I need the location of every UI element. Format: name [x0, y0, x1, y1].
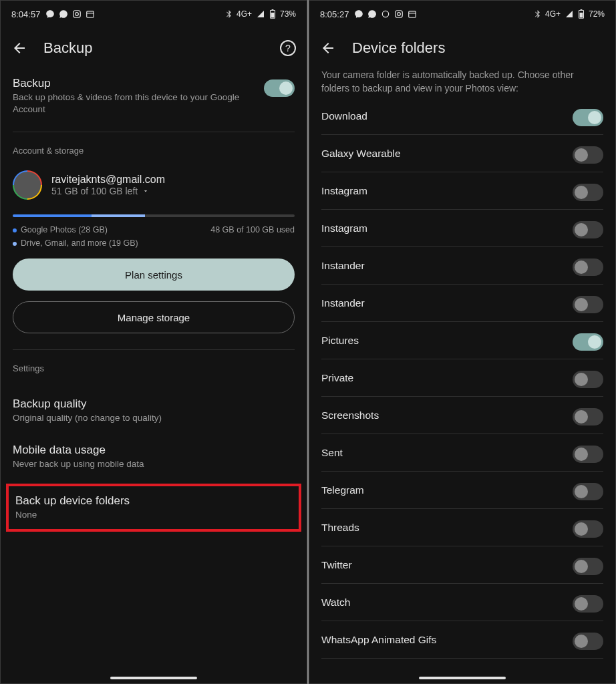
- account-row[interactable]: ravitejaknts@gmail.com 51 GB of 100 GB l…: [13, 170, 295, 200]
- folder-row[interactable]: Instander: [321, 247, 603, 285]
- account-storage-label: Account & storage: [13, 146, 295, 156]
- folder-toggle[interactable]: [573, 221, 603, 238]
- nav-indicator: [419, 677, 506, 679]
- battery-percent: 72%: [589, 9, 605, 19]
- folder-row[interactable]: Galaxy Wearable: [321, 135, 603, 172]
- back-arrow-icon[interactable]: [11, 40, 27, 56]
- folder-toggle[interactable]: [573, 633, 603, 650]
- folder-toggle[interactable]: [573, 184, 603, 201]
- folder-row[interactable]: Threads: [321, 509, 603, 546]
- plan-settings-button[interactable]: Plan settings: [13, 259, 295, 291]
- svg-rect-13: [581, 9, 583, 10]
- folder-toggle[interactable]: [573, 146, 603, 164]
- svg-rect-14: [580, 13, 583, 17]
- app-bar: Device folders: [309, 27, 615, 69]
- backup-master-toggle-row[interactable]: Backup Back up photos & videos from this…: [13, 77, 295, 116]
- instagram-icon: [394, 9, 404, 19]
- folder-toggle[interactable]: [573, 595, 603, 613]
- folder-row[interactable]: Telegram: [321, 472, 603, 509]
- message-icon: [354, 9, 363, 19]
- storage-bar: [13, 214, 295, 217]
- instagram-icon: [72, 9, 82, 19]
- folder-toggle[interactable]: [573, 109, 603, 126]
- folder-name: Watch: [321, 596, 350, 609]
- whatsapp-icon: [59, 9, 68, 19]
- help-icon[interactable]: ?: [280, 40, 296, 56]
- calendar-icon: [86, 9, 95, 19]
- battery-percent: 73%: [280, 9, 296, 19]
- device-folders-screen: 8:05:27 4G+ 72% Device folders Your came…: [309, 0, 616, 684]
- setting-title: Back up device folders: [15, 494, 292, 508]
- folder-row[interactable]: Download: [321, 98, 603, 135]
- divider: [13, 349, 295, 350]
- storage-drive-legend: Drive, Gmail, and more (19 GB): [13, 238, 138, 248]
- folder-toggle[interactable]: [573, 558, 603, 575]
- folder-name: Screenshots: [321, 409, 379, 421]
- description: Your camera folder is automatically back…: [309, 69, 615, 98]
- svg-rect-6: [271, 13, 275, 17]
- svg-rect-2: [87, 11, 94, 17]
- folder-name: Galaxy Wearable: [321, 148, 401, 160]
- app-bar: Backup ?: [1, 27, 307, 77]
- folder-toggle[interactable]: [573, 520, 603, 538]
- backup-title: Backup: [13, 77, 256, 90]
- backup-subtitle: Back up photos & videos from this device…: [13, 92, 256, 116]
- account-email: ravitejaknts@gmail.com: [51, 174, 165, 186]
- folder-row[interactable]: Instagram: [321, 210, 603, 247]
- folder-name: Private: [321, 372, 353, 384]
- status-bar: 8:05:27 4G+ 72%: [309, 1, 615, 27]
- page-title: Device folders: [352, 39, 605, 57]
- back-arrow-icon[interactable]: [320, 40, 336, 56]
- backup-toggle[interactable]: [264, 79, 295, 97]
- setting-title: Mobile data usage: [13, 444, 295, 457]
- folder-row[interactable]: Private: [321, 359, 603, 397]
- setting-device-folders-highlight[interactable]: Back up device folders None: [6, 484, 301, 532]
- folder-toggle[interactable]: [573, 483, 603, 500]
- status-time: 8:04:57: [11, 9, 40, 19]
- svg-rect-10: [409, 11, 416, 17]
- setting-sub: Original quality (no change to quality): [13, 412, 295, 424]
- folder-name: Download: [321, 110, 367, 122]
- folder-name: Telegram: [321, 484, 364, 496]
- folder-row[interactable]: Instagram: [321, 172, 603, 210]
- signal-icon: [565, 10, 574, 18]
- nav-indicator: [110, 677, 197, 679]
- avatar: [13, 170, 42, 200]
- signal-icon: [256, 10, 265, 18]
- folder-name: Instander: [321, 260, 365, 272]
- page-title: Backup: [43, 39, 264, 57]
- folder-row[interactable]: Twitter: [321, 546, 603, 584]
- folder-toggle[interactable]: [573, 371, 603, 388]
- folder-row[interactable]: Sent: [321, 434, 603, 472]
- folder-row[interactable]: Watch: [321, 584, 603, 621]
- notification-icons: [45, 9, 95, 19]
- setting-sub: Never back up using mobile data: [13, 458, 295, 470]
- account-storage-left: 51 GB of 100 GB left: [51, 186, 165, 196]
- folder-row[interactable]: Pictures: [321, 322, 603, 359]
- chevron-down-icon: [142, 188, 149, 194]
- battery-icon: [269, 9, 276, 19]
- storage-photos-legend: Google Photos (28 GB): [13, 225, 108, 234]
- circle-icon: [381, 9, 390, 19]
- folder-toggle[interactable]: [573, 296, 603, 313]
- folder-toggle[interactable]: [573, 259, 603, 276]
- folder-name: Pictures: [321, 335, 359, 347]
- folder-toggle[interactable]: [573, 446, 603, 463]
- manage-storage-button[interactable]: Manage storage: [13, 301, 295, 333]
- folder-toggle[interactable]: [573, 333, 603, 351]
- folder-name: Instander: [321, 297, 365, 309]
- status-time: 8:05:27: [320, 9, 349, 19]
- folder-name: Threads: [321, 522, 359, 534]
- folder-toggle[interactable]: [573, 408, 603, 425]
- folder-row[interactable]: WhatsApp Animated Gifs: [321, 621, 603, 659]
- folder-row[interactable]: Instander: [321, 285, 603, 322]
- folder-row[interactable]: Screenshots: [321, 397, 603, 434]
- svg-rect-0: [73, 11, 81, 18]
- setting-title: Backup quality: [13, 397, 295, 411]
- network-label: 4G+: [545, 9, 561, 19]
- folder-name: Sent: [321, 447, 343, 459]
- setting-mobile-data[interactable]: Mobile data usage Never back up using mo…: [13, 434, 295, 480]
- setting-backup-quality[interactable]: Backup quality Original quality (no chan…: [13, 388, 295, 434]
- folder-name: Twitter: [321, 559, 352, 571]
- battery-icon: [578, 9, 585, 19]
